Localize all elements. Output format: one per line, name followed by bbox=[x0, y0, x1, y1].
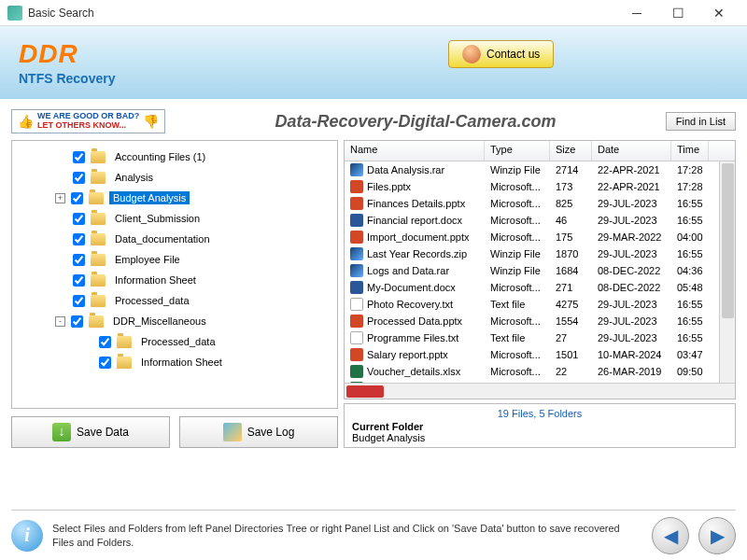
file-size: 1870 bbox=[550, 248, 592, 259]
tree-checkbox[interactable] bbox=[73, 213, 85, 225]
footer: i Select Files and Folders from left Pan… bbox=[11, 510, 736, 560]
contact-label: Contact us bbox=[486, 48, 540, 61]
file-name: Photo Recovery.txt bbox=[367, 299, 453, 310]
file-icon bbox=[350, 214, 363, 227]
tree-item[interactable]: Employee File bbox=[16, 249, 333, 270]
file-row[interactable]: Voucher_details.xlsxMicrosoft...2226-MAR… bbox=[345, 363, 735, 380]
feedback-button[interactable]: 👍 WE ARE GOOD OR BAD? LET OTHERS KNOW...… bbox=[11, 109, 165, 133]
save-data-button[interactable]: Save Data bbox=[11, 416, 170, 448]
save-log-button[interactable]: Save Log bbox=[179, 416, 338, 448]
window-title: Basic Search bbox=[28, 7, 616, 20]
file-icon bbox=[350, 163, 363, 176]
file-date: 29-JUL-2023 bbox=[592, 332, 671, 343]
file-time: 05:48 bbox=[671, 282, 709, 293]
tree-checkbox[interactable] bbox=[99, 357, 111, 369]
col-header-type[interactable]: Type bbox=[485, 141, 550, 161]
maximize-button[interactable]: ☐ bbox=[657, 0, 698, 26]
tree-label: Information Sheet bbox=[137, 356, 226, 369]
file-size: 825 bbox=[550, 198, 592, 209]
file-name: Voucher_details.xlsx bbox=[367, 366, 460, 377]
folder-icon bbox=[117, 357, 132, 369]
minimize-button[interactable]: ─ bbox=[616, 0, 657, 26]
forward-button[interactable]: ▶ bbox=[698, 517, 736, 554]
file-time: 03:47 bbox=[671, 349, 709, 360]
file-type: Microsoft... bbox=[485, 198, 550, 209]
tree-item[interactable]: -DDR_Miscellaneous bbox=[16, 311, 333, 331]
tree-item[interactable]: Accounting Files (1) bbox=[16, 147, 333, 167]
file-name: Files.pptx bbox=[367, 181, 411, 192]
file-row[interactable]: Finances Details.pptxMicrosoft...82529-J… bbox=[345, 195, 735, 212]
tree-item[interactable]: Analysis bbox=[16, 167, 333, 188]
tree-checkbox[interactable] bbox=[73, 274, 85, 287]
file-size: 175 bbox=[550, 231, 592, 243]
tree-checkbox[interactable] bbox=[71, 192, 83, 204]
col-header-name[interactable]: Name bbox=[345, 141, 485, 161]
folder-icon bbox=[91, 151, 106, 163]
file-row[interactable]: My-Document.docxMicrosoft...27108-DEC-20… bbox=[345, 279, 735, 296]
tree-checkbox[interactable] bbox=[73, 254, 85, 266]
file-name: Processed Data.pptx bbox=[367, 315, 462, 327]
file-date: 29-JUL-2023 bbox=[592, 299, 671, 310]
file-row[interactable]: Logs and Data.rarWinzip File168408-DEC-2… bbox=[345, 262, 735, 279]
back-button[interactable]: ◀ bbox=[652, 517, 689, 554]
tree-checkbox[interactable] bbox=[99, 336, 111, 348]
file-row[interactable]: Programme Files.txtText file2729-JUL-202… bbox=[345, 329, 735, 346]
tree-item[interactable]: Processed_data bbox=[16, 331, 333, 352]
file-name: Data Analysis.rar bbox=[367, 164, 444, 175]
contact-us-button[interactable]: Contact us bbox=[448, 40, 554, 68]
close-button[interactable]: ✕ bbox=[698, 0, 740, 26]
file-name: Financial report.docx bbox=[367, 215, 462, 226]
col-header-size[interactable]: Size bbox=[550, 141, 592, 161]
file-type: Microsoft... bbox=[485, 282, 550, 293]
file-size: 1684 bbox=[550, 265, 592, 276]
logo-subtitle: NTFS Recovery bbox=[19, 71, 115, 86]
folder-icon bbox=[91, 172, 106, 184]
tree-checkbox[interactable] bbox=[73, 295, 85, 307]
file-row[interactable]: Data Analysis.rarWinzip File271422-APR-2… bbox=[345, 161, 735, 178]
file-type: Text file bbox=[485, 299, 550, 310]
horizontal-scrollbar[interactable] bbox=[345, 383, 735, 399]
folder-icon bbox=[117, 336, 132, 348]
col-header-date[interactable]: Date bbox=[592, 141, 671, 161]
file-row[interactable]: Import_document.pptxMicrosoft...17529-MA… bbox=[345, 229, 735, 245]
tree-label: Accounting Files (1) bbox=[111, 150, 209, 163]
feedback-text: WE ARE GOOD OR BAD? LET OTHERS KNOW... bbox=[37, 112, 139, 131]
save-log-icon bbox=[223, 423, 242, 441]
file-row[interactable]: Last Year Records.zipWinzip File187029-J… bbox=[345, 245, 735, 262]
save-data-icon bbox=[52, 423, 71, 441]
col-header-time[interactable]: Time bbox=[671, 141, 709, 161]
file-grid[interactable]: Name Type Size Date Time Data Analysis.r… bbox=[344, 140, 736, 399]
expander-icon[interactable]: + bbox=[55, 193, 65, 203]
file-row[interactable]: Processed Data.pptxMicrosoft...155429-JU… bbox=[345, 313, 735, 329]
app-icon bbox=[7, 6, 22, 21]
file-name: My-Document.docx bbox=[367, 282, 456, 293]
tree-item[interactable]: Information Sheet bbox=[16, 352, 333, 372]
tree-checkbox[interactable] bbox=[73, 172, 85, 184]
tree-item[interactable]: Processed_data bbox=[16, 290, 333, 311]
file-icon bbox=[350, 180, 363, 193]
tree-checkbox[interactable] bbox=[73, 233, 85, 245]
file-row[interactable]: Photo Recovery.txtText file427529-JUL-20… bbox=[345, 296, 735, 313]
vertical-scrollbar[interactable] bbox=[719, 161, 735, 383]
tree-item[interactable]: Information Sheet bbox=[16, 270, 333, 290]
tree-checkbox[interactable] bbox=[73, 151, 85, 163]
file-date: 26-MAR-2019 bbox=[592, 366, 671, 377]
file-row[interactable]: Files.pptxMicrosoft...17322-APR-202117:2… bbox=[345, 178, 735, 195]
tree-item[interactable]: +Budget Analysis bbox=[16, 188, 333, 208]
file-time: 04:36 bbox=[671, 265, 709, 276]
file-size: 1554 bbox=[550, 315, 592, 327]
file-row[interactable]: Salary report.pptxMicrosoft...150110-MAR… bbox=[345, 346, 735, 363]
find-in-list-button[interactable]: Find in List bbox=[666, 112, 736, 131]
file-time: 16:55 bbox=[671, 215, 709, 226]
tree-checkbox[interactable] bbox=[71, 315, 83, 328]
grid-header[interactable]: Name Type Size Date Time bbox=[345, 141, 735, 161]
expander-icon[interactable]: - bbox=[55, 316, 65, 327]
titlebar: Basic Search ─ ☐ ✕ bbox=[0, 0, 747, 26]
thumb-up-icon: 👍 bbox=[18, 114, 34, 129]
tree-item[interactable]: Client_Submission bbox=[16, 208, 333, 229]
file-time: 16:55 bbox=[671, 248, 709, 259]
folder-tree[interactable]: Accounting Files (1)Analysis+Budget Anal… bbox=[11, 140, 338, 409]
file-row[interactable]: Financial report.docxMicrosoft...4629-JU… bbox=[345, 212, 735, 229]
logo-text: DDR bbox=[19, 39, 115, 69]
tree-item[interactable]: Data_documentation bbox=[16, 229, 333, 249]
